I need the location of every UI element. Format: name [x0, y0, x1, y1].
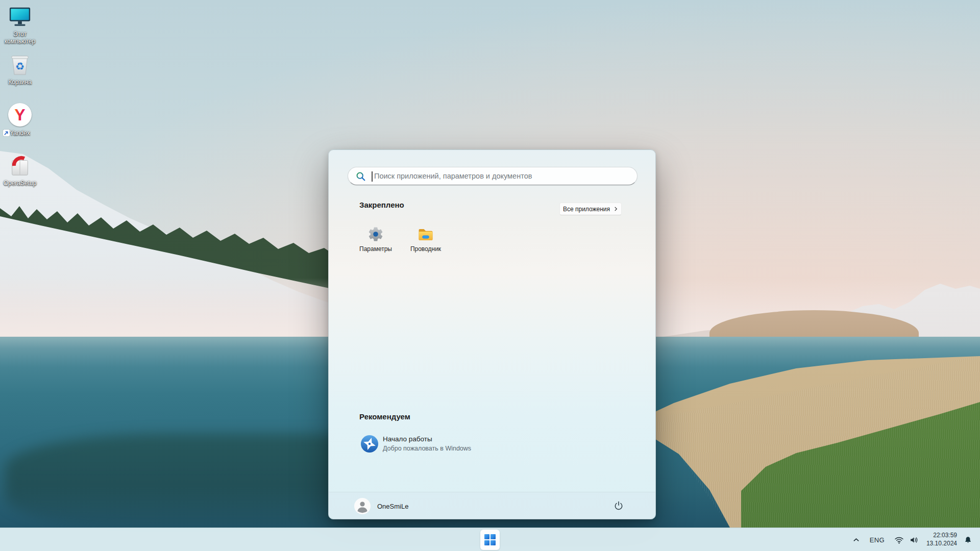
pinned-app-settings[interactable]: Параметры [351, 219, 400, 263]
notifications-button[interactable] [961, 531, 975, 548]
desktop-icon-label: Этот компьютер [0, 31, 40, 45]
chevron-up-icon [852, 536, 860, 544]
pinned-section-title: Закреплено [359, 201, 404, 209]
get-started-icon [360, 435, 379, 453]
user-profile-button[interactable]: OneSmiLe [353, 497, 413, 515]
pinned-app-label: Проводник [401, 245, 450, 253]
wifi-icon [894, 535, 904, 545]
volume-button[interactable] [906, 531, 921, 548]
desktop-icon-recycle-bin[interactable]: ♻ Корзина [0, 53, 40, 86]
bell-icon [964, 536, 972, 544]
windows-logo-icon [484, 534, 496, 545]
all-apps-label: Все приложения [563, 206, 610, 213]
this-pc-icon [8, 5, 32, 29]
recommended-item-title: Начало работы [383, 435, 432, 443]
power-button[interactable] [609, 496, 628, 515]
yandex-browser-icon: Y [7, 102, 33, 128]
start-menu: Закреплено Все приложения Параметры [328, 149, 656, 519]
clock[interactable]: 22:03:59 13.10.2024 [926, 532, 957, 547]
desktop-icon-opera-setup[interactable]: OperaSetup [0, 154, 40, 187]
user-name: OneSmiLe [377, 503, 408, 510]
recommended-section-title: Рекомендуем [359, 412, 410, 421]
chevron-right-icon [614, 207, 618, 211]
recycle-bin-icon: ♻ [8, 53, 32, 77]
start-menu-footer: OneSmiLe [329, 492, 655, 519]
shortcut-arrow-icon [3, 130, 10, 136]
language-indicator[interactable]: ENG [867, 531, 887, 548]
desktop-icon-label: Корзина [0, 79, 40, 86]
desktop-screen: Этот компьютер ♻ Корзина Y Yandex [0, 0, 980, 551]
text-caret [372, 171, 373, 182]
user-avatar-icon [354, 498, 371, 514]
recommended-item-subtitle: Добро пожаловать в Windows [383, 445, 471, 452]
taskbar: ENG 22:03:59 13.10.2024 [0, 528, 980, 551]
recommended-item-get-started[interactable]: Начало работы Добро пожаловать в Windows [351, 429, 520, 459]
gear-icon [367, 226, 384, 243]
power-icon [614, 500, 624, 511]
search-input[interactable] [374, 167, 632, 185]
desktop-icon-this-pc[interactable]: Этот компьютер [0, 5, 40, 45]
desktop-icon-label: OperaSetup [0, 180, 40, 187]
start-button[interactable] [480, 530, 500, 550]
tray-overflow-button[interactable] [850, 531, 863, 548]
clock-date: 13.10.2024 [926, 540, 957, 548]
all-apps-button[interactable]: Все приложения [559, 203, 622, 215]
svg-text:♻: ♻ [15, 60, 24, 72]
magnifier-icon [356, 171, 366, 182]
start-search-box[interactable] [348, 167, 638, 185]
clock-time: 22:03:59 [926, 532, 957, 540]
system-tray: ENG 22:03:59 13.10.2024 [850, 528, 975, 551]
folder-icon [417, 226, 434, 243]
opera-setup-icon [8, 154, 32, 178]
desktop-icon-yandex[interactable]: Y Yandex [0, 102, 40, 137]
pinned-app-label: Параметры [351, 245, 400, 253]
svg-text:Y: Y [14, 106, 25, 124]
network-button[interactable] [892, 531, 906, 548]
volume-icon [909, 535, 919, 545]
pinned-app-explorer[interactable]: Проводник [401, 219, 450, 263]
